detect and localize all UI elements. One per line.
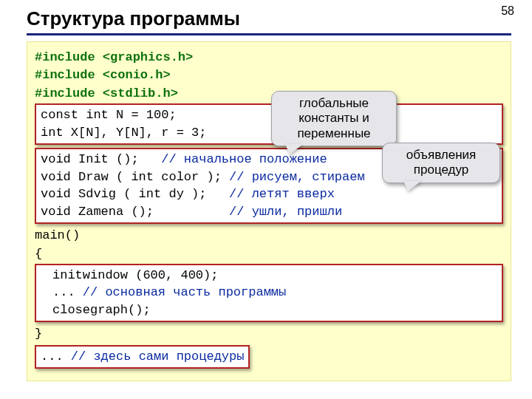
code-line: } — [35, 325, 503, 342]
consts-box: const int N = 100; int X[N], Y[N], r = 3… — [35, 103, 503, 145]
slide-title: Структура программы — [27, 7, 511, 30]
code-line: main() — [35, 227, 503, 244]
callout-globals: глобальные константы и переменные — [271, 91, 397, 146]
page-number: 58 — [501, 4, 514, 18]
code-line: #include <graphics.h> — [35, 49, 503, 66]
code-line: #include <conio.h> — [35, 66, 503, 83]
procs-box: ... // здесь сами процедуры — [35, 345, 250, 369]
callout-decls: объявления процедур — [382, 143, 500, 183]
code-block: #include <graphics.h> #include <conio.h>… — [27, 41, 511, 381]
main-body-box: initwindow (600, 400); ... // основная ч… — [35, 264, 503, 322]
title-rule — [27, 33, 511, 35]
code-line: { — [35, 245, 503, 262]
code-line: #include <stdlib.h> — [35, 85, 503, 102]
